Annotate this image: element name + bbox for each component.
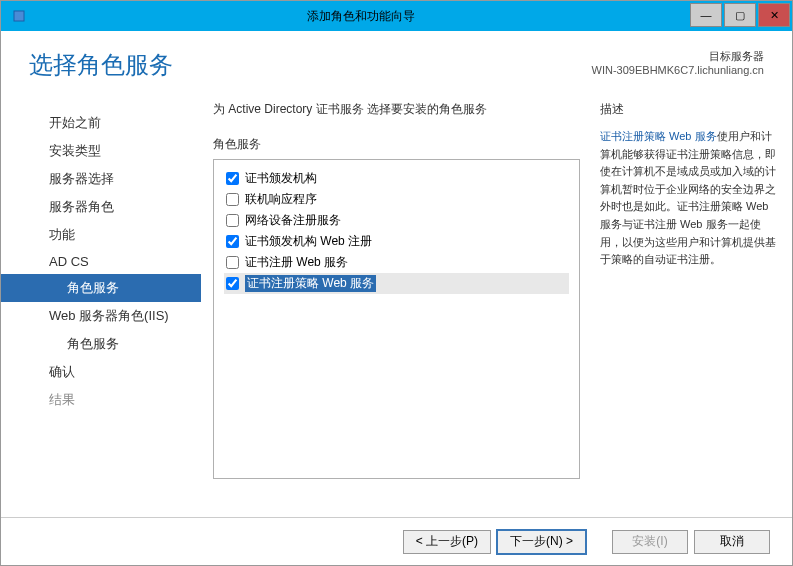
roles-section-label: 角色服务 [213,136,580,153]
main: 开始之前 安装类型 服务器选择 服务器角色 功能 AD CS 角色服务 Web … [1,91,792,517]
center-pane: 为 Active Directory 证书服务 选择要安装的角色服务 角色服务 … [201,101,592,517]
sidebar: 开始之前 安装类型 服务器选择 服务器角色 功能 AD CS 角色服务 Web … [1,101,201,517]
role-checkbox-ca-web[interactable] [226,235,239,248]
role-checkbox-ces[interactable] [226,256,239,269]
description-text: 证书注册策略 Web 服务使用户和计算机能够获得证书注册策略信息，即使在计算机不… [600,128,778,269]
minimize-button[interactable]: — [690,3,722,27]
header-row: 选择角色服务 目标服务器 WIN-309EBHMK6C7.lichunliang… [1,31,792,91]
role-label: 证书注册策略 Web 服务 [245,275,376,292]
role-item-cep[interactable]: 证书注册策略 Web 服务 [224,273,569,294]
sidebar-item-install-type[interactable]: 安装类型 [1,137,201,165]
install-button: 安装(I) [612,530,688,554]
role-item-ocsp[interactable]: 联机响应程序 [224,189,569,210]
window-controls: — ▢ ✕ [690,1,792,31]
titlebar: 添加角色和功能向导 — ▢ ✕ [1,1,792,31]
role-label: 证书注册 Web 服务 [245,254,348,271]
description-pane: 描述 证书注册策略 Web 服务使用户和计算机能够获得证书注册策略信息，即使在计… [592,101,792,517]
sidebar-item-server-select[interactable]: 服务器选择 [1,165,201,193]
description-body: 使用户和计算机能够获得证书注册策略信息，即使在计算机不是域成员或加入域的计算机暂… [600,130,776,265]
footer: < 上一步(P) 下一步(N) > 安装(I) 取消 [1,517,792,565]
cancel-button[interactable]: 取消 [694,530,770,554]
sidebar-item-server-roles[interactable]: 服务器角色 [1,193,201,221]
role-label: 证书颁发机构 [245,170,317,187]
role-item-ca-web[interactable]: 证书颁发机构 Web 注册 [224,231,569,252]
role-checkbox-ocsp[interactable] [226,193,239,206]
role-label: 网络设备注册服务 [245,212,341,229]
role-label: 证书颁发机构 Web 注册 [245,233,372,250]
sidebar-item-before-begin[interactable]: 开始之前 [1,109,201,137]
wizard-window: 添加角色和功能向导 — ▢ ✕ 选择角色服务 目标服务器 WIN-309EBHM… [0,0,793,566]
description-label: 描述 [600,101,778,118]
maximize-button[interactable]: ▢ [724,3,756,27]
prev-button[interactable]: < 上一步(P) [403,530,491,554]
role-checkbox-ca[interactable] [226,172,239,185]
description-link[interactable]: 证书注册策略 Web 服务 [600,130,717,142]
next-button[interactable]: 下一步(N) > [497,530,586,554]
target-server-value: WIN-309EBHMK6C7.lichunliang.cn [592,64,764,76]
role-checkbox-cep[interactable] [226,277,239,290]
sidebar-item-role-services[interactable]: 角色服务 [1,274,201,302]
role-item-ca[interactable]: 证书颁发机构 [224,168,569,189]
target-server-label: 目标服务器 [592,49,764,64]
svg-rect-0 [14,11,24,21]
role-label: 联机响应程序 [245,191,317,208]
instruction-text: 为 Active Directory 证书服务 选择要安装的角色服务 [213,101,580,118]
content: 选择角色服务 目标服务器 WIN-309EBHMK6C7.lichunliang… [1,31,792,565]
app-icon [7,4,31,28]
sidebar-item-confirm[interactable]: 确认 [1,358,201,386]
sidebar-item-iis[interactable]: Web 服务器角色(IIS) [1,302,201,330]
sidebar-item-iis-role-services[interactable]: 角色服务 [1,330,201,358]
sidebar-item-adcs[interactable]: AD CS [1,249,201,274]
roles-listbox[interactable]: 证书颁发机构 联机响应程序 网络设备注册服务 证书颁发机构 Web 注册 [213,159,580,479]
sidebar-item-features[interactable]: 功能 [1,221,201,249]
role-checkbox-ndes[interactable] [226,214,239,227]
close-button[interactable]: ✕ [758,3,790,27]
target-server-block: 目标服务器 WIN-309EBHMK6C7.lichunliang.cn [592,49,764,81]
role-item-ndes[interactable]: 网络设备注册服务 [224,210,569,231]
sidebar-item-results[interactable]: 结果 [1,386,201,414]
role-item-ces[interactable]: 证书注册 Web 服务 [224,252,569,273]
page-title: 选择角色服务 [29,49,592,81]
window-title: 添加角色和功能向导 [31,8,690,25]
